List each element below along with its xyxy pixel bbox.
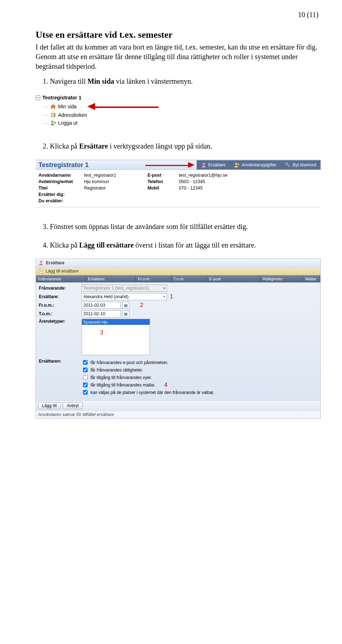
add-button[interactable]: Lägg till xyxy=(38,402,61,409)
callout-4: 4 xyxy=(164,382,167,388)
person-icon xyxy=(38,260,44,266)
email-value: test_registrator1@hjo.se xyxy=(179,173,318,178)
department-value: Hjo kommun xyxy=(84,179,141,184)
from-label: Fr.o.m.: xyxy=(39,303,82,308)
username-value: test_registrator1 xyxy=(84,173,141,178)
svg-point-3 xyxy=(51,121,53,123)
key-icon xyxy=(285,162,291,168)
title-value: Registrator xyxy=(84,186,141,191)
dialog-title-bar: Ersättare xyxy=(36,259,320,267)
department-label: Avdelning/enhet xyxy=(38,179,78,184)
svg-rect-2 xyxy=(55,113,55,117)
anvandaruppgifter-button[interactable]: Användaruppgifter xyxy=(230,160,281,170)
add-ersattare-button[interactable]: Lägg till ersättare xyxy=(36,267,320,275)
svg-point-5 xyxy=(235,163,237,165)
svg-point-4 xyxy=(203,163,205,165)
tree-item-adressboken[interactable]: ⋯ Adressboken xyxy=(43,111,321,119)
svg-rect-10 xyxy=(40,271,42,271)
callout-2: 2 xyxy=(140,302,143,308)
cancel-button[interactable]: Avbryt xyxy=(63,402,83,409)
email-label: E-post xyxy=(147,173,172,178)
red-arrow-annotation xyxy=(145,162,195,168)
casetypes-label: Ärendetyper: xyxy=(39,319,82,324)
username-label: Användarnamn xyxy=(38,173,78,178)
perm-checkbox[interactable]: får tillgång till frånvarandes mallar. 4 xyxy=(82,381,214,389)
phone-value: 0503 - 12345 xyxy=(179,179,318,184)
document-icon xyxy=(38,268,44,274)
ersattaren-label: Ersättaren: xyxy=(39,359,82,364)
intro-paragraph: I det fallet att du kommer att vara bort… xyxy=(36,42,321,71)
step-4: Klicka på Lägg till ersättare överst i l… xyxy=(50,240,321,250)
to-date-input[interactable] xyxy=(82,310,121,317)
list-item[interactable]: Synpunkt Hjo xyxy=(82,319,150,325)
person-star-icon xyxy=(234,162,240,168)
tree-item-label: Logga ut xyxy=(58,120,78,126)
replaces-you-label: Ersätter dig: xyxy=(38,192,78,197)
page-number: 10 (11) xyxy=(36,11,321,19)
replacement-label: Ersättare: xyxy=(39,294,82,299)
perm-checkbox[interactable]: får frånvarandes e-post och påminnelser. xyxy=(82,359,214,366)
svg-rect-9 xyxy=(40,270,42,270)
tree-panel: − Testregistrator 1 ⋯ Min sida ⋯ Adressb… xyxy=(36,95,321,127)
detail-actions-bar: Ersättare Användaruppgifter Byt lösenord xyxy=(197,160,321,170)
red-arrow-annotation xyxy=(87,103,159,110)
tree-item-label: Adressboken xyxy=(58,112,87,118)
replacement-select[interactable]: Alexandra Held (onahd)▾ xyxy=(82,293,167,300)
tree-item-logga-ut[interactable]: ⋯ Logga ut xyxy=(43,119,321,127)
perm-checkbox[interactable]: får tillgång till frånvarandes vyer. xyxy=(82,374,214,381)
detail-panel: Testregistrator 1 Ersättare Användaruppg… xyxy=(36,160,321,207)
perm-checkbox[interactable]: får frånvarandes rättigheter. xyxy=(82,366,214,374)
dialog-column-headers: Frånvarande Ersättare Fr.o.m. T.o.m. E-p… xyxy=(36,275,320,282)
svg-point-7 xyxy=(40,261,42,263)
logout-icon xyxy=(50,120,56,126)
step-2: Klicka på Ersättare i verktygsraden läng… xyxy=(50,141,321,151)
addressbook-icon xyxy=(50,112,56,118)
home-icon xyxy=(50,104,56,109)
casetypes-listbox[interactable]: Synpunkt Hjo xyxy=(82,319,150,355)
callout-3: 3 xyxy=(100,329,103,336)
to-label: T.o.m.: xyxy=(39,311,82,316)
ersattare-dialog: Ersättare Lägg till ersättare Frånvarand… xyxy=(36,259,321,419)
mobile-label: Mobil xyxy=(147,186,172,191)
absent-select: Testregistrator 1 (test_registrator1)▾ xyxy=(82,285,167,292)
title-label: Titel xyxy=(38,186,78,191)
svg-rect-1 xyxy=(51,113,54,117)
byt-losenord-button[interactable]: Byt lösenord xyxy=(281,160,321,170)
mobile-value: 070 - 12345 xyxy=(179,186,318,191)
svg-rect-11 xyxy=(40,271,42,272)
step-1: Navigera till Min sida via länken i väns… xyxy=(50,76,321,86)
tree-item-min-sida[interactable]: ⋯ Min sida xyxy=(43,102,321,111)
tree-item-label: Min sida xyxy=(58,104,77,109)
phone-label: Telefon xyxy=(147,179,172,184)
from-date-input[interactable] xyxy=(82,302,121,309)
calendar-icon[interactable]: ▦ xyxy=(122,302,129,309)
section-heading: Utse en ersättare vid t.ex. semester xyxy=(36,30,321,40)
person-icon xyxy=(201,162,207,168)
ersattare-button[interactable]: Ersättare xyxy=(197,160,230,170)
tree-collapse-icon[interactable]: − xyxy=(36,95,40,100)
status-bar: Användaren saknar för tillfället ersätta… xyxy=(36,411,320,418)
perm-checkbox[interactable]: kan väljas på de platser i systemet där … xyxy=(82,389,214,396)
you-replace-label: Du ersätter: xyxy=(38,198,78,203)
calendar-icon[interactable]: ▦ xyxy=(122,310,129,317)
detail-title: Testregistrator 1 xyxy=(36,160,91,170)
callout-1: 1 xyxy=(170,294,173,300)
absent-label: Frånvarande: xyxy=(39,286,82,291)
step-3: Fönstret som öppnas listar de användare … xyxy=(50,222,321,232)
tree-root-label[interactable]: Testregistrator 1 xyxy=(42,95,81,100)
